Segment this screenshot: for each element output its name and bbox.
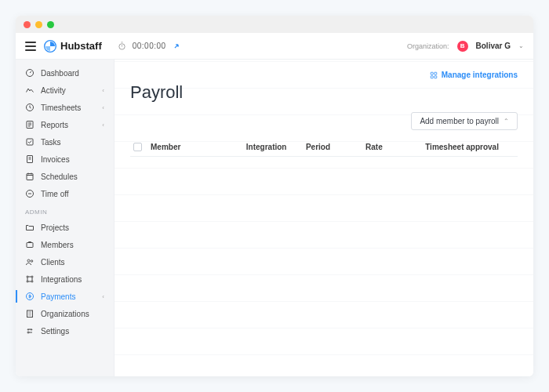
svg-point-14 [27,281,28,282]
sidebar-item-label: Projects [41,223,104,232]
tasks-icon [25,137,35,147]
sidebar-item-label: Organizations [41,310,104,318]
user-avatar[interactable]: B [457,41,468,52]
sidebar-item-settings[interactable]: Settings [16,322,114,339]
sidebar-item-label: Timesheets [41,103,96,112]
user-name[interactable]: Bolivar G [476,42,511,50]
settings-icon [25,326,35,336]
maximize-window-dot[interactable] [47,21,54,28]
sidebar-item-invoices[interactable]: Invoices [16,151,114,168]
sidebar-item-dashboard[interactable]: Dashboard [16,64,114,82]
svg-point-11 [31,260,33,263]
manage-integrations-link[interactable]: Manage integrations [430,71,518,79]
svg-point-13 [31,276,33,278]
sidebar-item-tasks[interactable]: Tasks [16,133,114,151]
sidebar-item-label: Dashboard [41,69,104,78]
sidebar-item-label: Invoices [41,155,104,164]
svg-rect-19 [434,72,437,74]
sidebar-item-label: Clients [41,258,104,267]
add-member-button[interactable]: Add member to payroll ⌃ [411,112,518,130]
close-window-dot[interactable] [24,21,31,28]
dashboard-icon [25,68,35,78]
organizations-icon [25,309,35,318]
sidebar-item-label: Members [41,241,104,249]
stopwatch-icon [118,42,126,50]
integrations-icon [430,71,438,79]
svg-point-15 [31,281,33,282]
sidebar-item-label: Tasks [41,138,104,147]
sidebar-item-label: Time off [41,190,104,198]
clients-icon [25,257,35,267]
svg-point-10 [27,260,30,262]
sidebar-item-activity[interactable]: Activity‹ [16,82,114,99]
payments-icon [25,292,35,301]
timer-widget[interactable]: 00:00:00 [118,42,180,50]
table-header: Member Integration Period Rate Timesheet… [130,138,518,157]
svg-rect-21 [434,75,437,78]
chevron-left-icon: ‹ [102,293,104,300]
page-title: Payroll [130,82,518,103]
svg-rect-9 [27,243,33,248]
reports-icon [25,120,35,129]
main-content: Manage integrations Payroll Add member t… [115,60,533,376]
sidebar-item-time-off[interactable]: Time off [16,185,114,202]
select-all-checkbox[interactable] [133,143,142,151]
add-member-label: Add member to payroll [420,117,499,125]
timeoff-icon [25,189,35,198]
integrations-icon [25,274,35,284]
sidebar-item-schedules[interactable]: Schedules [16,168,114,185]
schedules-icon [25,172,35,181]
timer-value: 00:00:00 [133,42,166,50]
manage-integrations-label: Manage integrations [442,71,518,79]
app-window: Hubstaff 00:00:00 Organization: B Boliva… [16,16,533,376]
sidebar-item-reports[interactable]: Reports‹ [16,116,114,133]
projects-icon [25,223,35,232]
svg-rect-5 [27,139,33,145]
brand-logo[interactable]: Hubstaff [44,40,102,53]
sidebar-item-payments[interactable]: Payments‹ [16,288,114,305]
sidebar-item-label: Reports [41,121,96,129]
sidebar-section-admin: Admin [16,202,114,219]
members-icon [25,240,35,249]
col-integration[interactable]: Integration [243,143,303,151]
col-period[interactable]: Period [303,143,362,151]
sidebar-item-projects[interactable]: Projects [16,219,114,236]
chevron-left-icon: ‹ [102,122,104,129]
svg-point-12 [27,276,28,278]
sidebar-item-members[interactable]: Members [16,236,114,253]
svg-rect-7 [27,174,33,180]
sidebar-item-integrations[interactable]: Integrations [16,270,114,288]
sidebar-item-label: Payments [41,292,96,301]
col-member[interactable]: Member [147,143,243,151]
sidebar-item-label: Schedules [41,172,104,181]
user-menu-chevron-icon[interactable]: ⌄ [518,42,524,49]
svg-rect-17 [27,310,33,318]
chevron-left-icon: ‹ [102,104,104,111]
sidebar-item-label: Integrations [41,275,104,284]
brand-name: Hubstaff [60,40,102,52]
topbar: Hubstaff 00:00:00 Organization: B Boliva… [16,33,533,60]
svg-rect-18 [431,72,433,74]
minimize-window-dot[interactable] [35,21,42,28]
sidebar-item-label: Settings [41,327,104,336]
menu-toggle-icon[interactable] [25,42,36,51]
organization-label: Organization: [407,42,449,50]
sidebar-item-organizations[interactable]: Organizations [16,305,114,322]
svg-rect-20 [431,75,433,78]
mac-titlebar [16,16,533,33]
col-timesheet-approval[interactable]: Timesheet approval [422,143,518,151]
sidebar-item-timesheets[interactable]: Timesheets‹ [16,99,114,116]
col-rate[interactable]: Rate [362,143,422,151]
expand-icon[interactable] [173,42,180,50]
hubstaff-logo-icon [44,40,56,53]
chevron-up-icon: ⌃ [504,118,509,125]
sidebar-item-label: Activity [41,86,96,95]
sidebar-item-clients[interactable]: Clients [16,253,114,270]
sidebar: DashboardActivity‹Timesheets‹Reports‹Tas… [16,60,115,376]
invoices-icon [25,154,35,164]
activity-icon [25,85,35,95]
timesheets-icon [25,103,35,112]
chevron-left-icon: ‹ [102,87,104,94]
